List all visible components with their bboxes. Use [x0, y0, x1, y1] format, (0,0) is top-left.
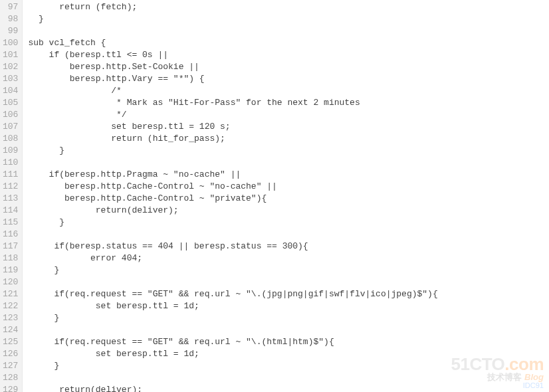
line-number: 119 — [3, 264, 18, 276]
line-number: 113 — [3, 193, 18, 205]
line-number: 125 — [3, 336, 18, 348]
line-number: 124 — [3, 324, 18, 336]
line-number: 112 — [3, 181, 18, 193]
code-editor: 9798991001011021031041051061071081091101… — [0, 0, 549, 392]
code-line — [28, 276, 549, 288]
code-line — [28, 372, 549, 384]
code-line: return (hit_for_pass); — [28, 133, 549, 145]
code-line: error 404; — [28, 252, 549, 264]
code-line — [28, 25, 549, 37]
line-number: 100 — [3, 37, 18, 49]
code-line: if(req.request == "GET" && req.url ~ "\.… — [28, 288, 549, 300]
code-line: return (fetch); — [28, 1, 549, 13]
line-number: 110 — [3, 157, 18, 169]
line-number: 103 — [3, 73, 18, 85]
code-line: } — [28, 312, 549, 324]
line-number: 114 — [3, 205, 18, 217]
line-number: 107 — [3, 121, 18, 133]
line-number: 106 — [3, 109, 18, 121]
code-line: /* — [28, 85, 549, 97]
code-line: if(beresp.http.Pragma ~ "no-cache" || — [28, 169, 549, 181]
line-number: 97 — [3, 1, 18, 13]
line-number: 115 — [3, 217, 18, 229]
line-number: 105 — [3, 97, 18, 109]
line-number: 102 — [3, 61, 18, 73]
line-number: 118 — [3, 252, 18, 264]
line-number: 108 — [3, 133, 18, 145]
line-number-gutter: 9798991001011021031041051061071081091101… — [0, 0, 23, 392]
code-line: set beresp.ttl = 1d; — [28, 300, 549, 312]
code-line: beresp.http.Vary == "*") { — [28, 73, 549, 85]
line-number: 126 — [3, 348, 18, 360]
line-number: 123 — [3, 312, 18, 324]
code-line: beresp.http.Cache-Control ~ "private"){ — [28, 193, 549, 205]
line-number: 98 — [3, 13, 18, 25]
code-line: */ — [28, 109, 549, 121]
code-line — [28, 157, 549, 169]
code-line: return(deliver); — [28, 205, 549, 217]
line-number: 111 — [3, 169, 18, 181]
code-line: } — [28, 13, 549, 25]
code-line: } — [28, 217, 549, 229]
line-number: 128 — [3, 372, 18, 384]
line-number: 117 — [3, 241, 18, 252]
line-number: 104 — [3, 85, 18, 97]
code-line: * Mark as "Hit-For-Pass" for the next 2 … — [28, 97, 549, 109]
code-line: set beresp.ttl = 1d; — [28, 348, 549, 360]
code-line: if (beresp.ttl <= 0s || — [28, 49, 549, 61]
code-line: sub vcl_fetch { — [28, 37, 549, 49]
line-number: 99 — [3, 25, 18, 37]
line-number: 127 — [3, 360, 18, 372]
line-number: 129 — [3, 384, 18, 392]
code-line: } — [28, 145, 549, 157]
code-pane: return (fetch); }sub vcl_fetch { if (ber… — [23, 0, 549, 392]
code-line: set beresp.ttl = 120 s; — [28, 121, 549, 133]
code-line: return(deliver); — [28, 384, 549, 392]
code-line: if(req.request == "GET" && req.url ~ "\.… — [28, 336, 549, 348]
code-line: beresp.http.Cache-Control ~ "no-cache" |… — [28, 181, 549, 193]
code-line: if(beresp.status == 404 || beresp.status… — [28, 241, 549, 252]
code-line — [28, 229, 549, 241]
line-number: 120 — [3, 276, 18, 288]
code-line: } — [28, 360, 549, 372]
line-number: 116 — [3, 229, 18, 241]
code-line: beresp.http.Set-Cookie || — [28, 61, 549, 73]
line-number: 121 — [3, 288, 18, 300]
line-number: 109 — [3, 145, 18, 157]
line-number: 101 — [3, 49, 18, 61]
code-line — [28, 324, 549, 336]
code-line: } — [28, 264, 549, 276]
line-number: 122 — [3, 300, 18, 312]
